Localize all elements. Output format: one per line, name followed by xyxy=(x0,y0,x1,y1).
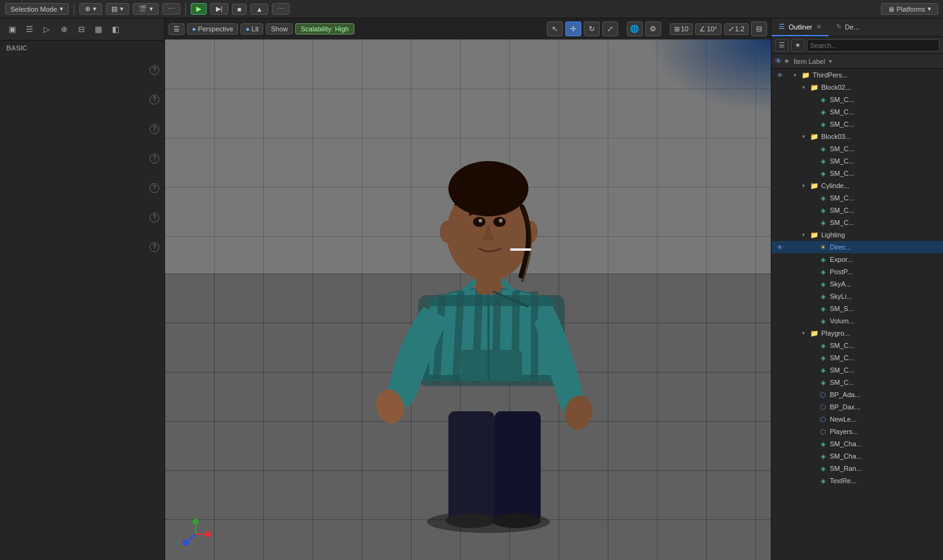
panel-icon-5[interactable]: ⊟ xyxy=(74,23,89,36)
viewport[interactable]: ☰ ● Perspective ● Lit Show Scalability: … xyxy=(165,18,771,560)
svg-rect-2 xyxy=(495,411,541,522)
pause-button[interactable]: ▲ xyxy=(250,4,268,15)
tree-item[interactable]: ◈SM_S... xyxy=(771,302,943,315)
tree-item[interactable]: ▾📁Playgro... xyxy=(771,327,943,339)
tree-item[interactable]: ◈SM_C... xyxy=(771,118,943,130)
tree-item[interactable]: ◈SM_C... xyxy=(771,352,943,364)
play-button[interactable]: ▶ xyxy=(191,3,207,15)
more-button[interactable]: ⋯ xyxy=(162,3,180,15)
tree-item[interactable]: ◈SkyLi... xyxy=(771,290,943,302)
tree-item[interactable]: ◈SM_C... xyxy=(771,143,943,155)
viewport-menu-button[interactable]: ☰ xyxy=(169,23,185,35)
help-icon-1[interactable]: ? xyxy=(149,65,159,75)
tree-item[interactable]: ◈SM_C... xyxy=(771,216,943,229)
tree-item[interactable]: ◈SM_C... xyxy=(771,106,943,118)
add-button[interactable]: ⊕ ▾ xyxy=(79,3,102,15)
tree-item[interactable]: ◈SM_C... xyxy=(771,204,943,216)
settings-button[interactable]: ⚙ xyxy=(645,22,661,36)
tree-item[interactable]: ◈PostP... xyxy=(771,266,943,278)
tree-item[interactable]: ◈SM_C... xyxy=(771,155,943,167)
help-icon-5[interactable]: ? xyxy=(149,183,159,193)
tree-item-label: Cylinde... xyxy=(821,182,849,189)
help-icon-2[interactable]: ? xyxy=(149,95,159,105)
tree-item[interactable]: ◈Volum... xyxy=(771,315,943,327)
expand-arrow[interactable]: ▾ xyxy=(802,330,810,336)
tree-item[interactable]: ⬡BP_Ada... xyxy=(771,388,943,401)
item-label-column[interactable]: Item Label ▼ xyxy=(794,58,939,65)
scalability-badge: Scalability: High xyxy=(295,23,354,34)
grid-icon: ⊞ xyxy=(674,25,680,33)
tab-outliner[interactable]: ☰ Outliner ✕ xyxy=(771,18,829,36)
search-input[interactable] xyxy=(807,39,939,52)
tree-item[interactable]: ▾📁Block03... xyxy=(771,130,943,143)
tree-item[interactable]: ▾📁Lighting xyxy=(771,229,943,241)
panel-icon-2[interactable]: ☰ xyxy=(22,23,37,36)
mode-button[interactable]: Selection Mode ▾ xyxy=(5,3,69,15)
tab-details[interactable]: ✎ De... xyxy=(829,18,867,36)
panel-icon-6[interactable]: ▦ xyxy=(91,23,106,36)
show-button[interactable]: Show xyxy=(266,23,293,34)
perspective-button[interactable]: ● Perspective xyxy=(187,23,238,34)
visibility-icon[interactable]: 👁 xyxy=(775,244,785,251)
tree-item[interactable]: ◈SM_C... xyxy=(771,376,943,388)
angle-button[interactable]: ∠ 10° xyxy=(695,23,722,35)
help-icon-7[interactable]: ? xyxy=(149,242,159,252)
visibility-icon[interactable]: 👁 xyxy=(775,72,785,79)
tree-item[interactable]: ◈SM_Cha... xyxy=(771,450,943,462)
tree-item[interactable]: ◈SM_Cha... xyxy=(771,438,943,450)
scale-button[interactable]: ⤢ 1.2 xyxy=(724,23,749,35)
type-icon: ◈ xyxy=(818,305,828,313)
panel-icon-3[interactable]: ▷ xyxy=(39,23,54,36)
globe-button[interactable]: 🌐 xyxy=(627,22,643,36)
tree-item[interactable]: ◈SM_C... xyxy=(771,364,943,376)
rotate-tool-button[interactable]: ↻ xyxy=(584,22,600,36)
tree-item[interactable]: ⬡NewLe... xyxy=(771,413,943,425)
tree-item[interactable]: ◈SM_C... xyxy=(771,167,943,179)
grid-button[interactable]: ⊞ 10 xyxy=(670,23,693,35)
tree-item[interactable]: 👁▾📁ThirdPers... xyxy=(771,69,943,81)
move-tool-button[interactable]: ✛ xyxy=(565,22,581,36)
tree-item[interactable]: ▾📁Cylinde... xyxy=(771,179,943,192)
column-icons: 👁 ★ xyxy=(775,57,790,65)
tree-item[interactable]: ⬡Players... xyxy=(771,425,943,438)
type-icon: 📁 xyxy=(810,329,819,337)
layout-button[interactable]: ⊟ xyxy=(751,22,767,36)
stop-button[interactable]: ■ xyxy=(232,4,247,15)
outliner-tabs: ☰ Outliner ✕ ✎ De... xyxy=(771,18,943,37)
lit-button[interactable]: ● Lit xyxy=(241,23,263,34)
launch-options-button[interactable]: ⋯ xyxy=(272,3,290,15)
scale-tool-button[interactable]: ⤢ xyxy=(602,22,618,36)
tree-item[interactable]: 👁☀Direc... xyxy=(771,241,943,253)
tree-item[interactable]: ◈Expor... xyxy=(771,253,943,266)
tree-item[interactable]: ◈SkyA... xyxy=(771,278,943,290)
hamburger-icon: ☰ xyxy=(173,25,180,33)
tree-item[interactable]: ◈SM_C... xyxy=(771,93,943,106)
expand-arrow[interactable]: ▾ xyxy=(802,183,810,189)
platforms-button[interactable]: 🖥 Platforms ▾ xyxy=(881,3,938,15)
pin-button[interactable]: ★ xyxy=(791,39,805,52)
tree-item[interactable]: ◈TextRe... xyxy=(771,475,943,487)
tree-item[interactable]: ⬡BP_Dax... xyxy=(771,401,943,413)
expand-arrow[interactable]: ▾ xyxy=(802,133,810,140)
select-tool-button[interactable]: ↖ xyxy=(547,22,563,36)
panel-icon-7[interactable]: ◧ xyxy=(108,23,123,36)
expand-arrow[interactable]: ▾ xyxy=(794,72,801,78)
help-icon-6[interactable]: ? xyxy=(149,213,159,223)
help-icon-4[interactable]: ? xyxy=(149,154,159,164)
cinematic-button[interactable]: 🎬 ▾ xyxy=(133,3,159,15)
tree-item[interactable]: ◈SM_C... xyxy=(771,192,943,204)
help-icon-3[interactable]: ? xyxy=(149,124,159,134)
tree-item[interactable]: ▾📁Block02... xyxy=(771,81,943,93)
panel-icon-1[interactable]: ▣ xyxy=(5,23,20,36)
outliner-tree[interactable]: 👁▾📁ThirdPers...▾📁Block02...◈SM_C...◈SM_C… xyxy=(771,69,943,560)
panel-icon-4[interactable]: ⊕ xyxy=(57,23,71,36)
tree-item[interactable]: ◈SM_C... xyxy=(771,339,943,352)
blueprint-button[interactable]: ▤ ▾ xyxy=(106,3,129,15)
filter-button[interactable]: ☰ xyxy=(775,39,789,52)
left-panel: ▣ ☰ ▷ ⊕ ⊟ ▦ ◧ BASIC ? ? ? ? ? xyxy=(0,18,165,560)
tree-item[interactable]: ◈SM_Ran... xyxy=(771,462,943,475)
expand-arrow[interactable]: ▾ xyxy=(802,232,810,238)
expand-arrow[interactable]: ▾ xyxy=(802,84,810,90)
play-next-button[interactable]: ▶| xyxy=(210,3,228,15)
outliner-tab-close[interactable]: ✕ xyxy=(816,23,821,30)
